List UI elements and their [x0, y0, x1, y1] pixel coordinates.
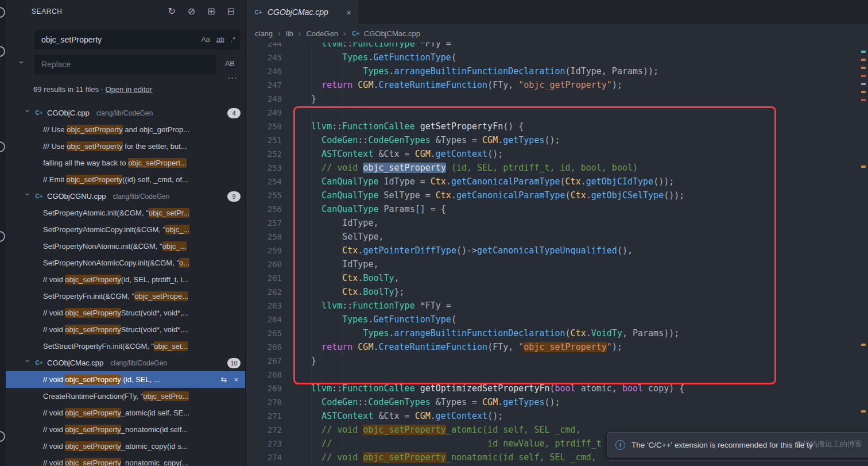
- dismiss-match-icon[interactable]: ×: [234, 375, 238, 384]
- code-line[interactable]: }: [301, 92, 868, 106]
- search-result[interactable]: SetPropertyAtomicCopy.init(&CGM, "objc_.…: [6, 221, 245, 238]
- minimap[interactable]: [859, 24, 868, 466]
- replace-all-button[interactable]: AB: [225, 60, 235, 68]
- breadcrumb-item[interactable]: lib: [286, 29, 293, 38]
- search-result[interactable]: falling all the way back to objc_setProp…: [6, 155, 245, 171]
- line-number[interactable]: 259: [246, 244, 282, 257]
- search-result[interactable]: CreateRuntimeFunction(FTy, "objc_setPro.…: [6, 388, 245, 405]
- line-number[interactable]: 268: [246, 368, 282, 382]
- code-line[interactable]: llvm::FunctionType *FTy =: [301, 299, 868, 313]
- search-result[interactable]: // void objc_setProperty_nonatomic(id se…: [6, 421, 245, 438]
- line-number[interactable]: 257: [246, 216, 282, 230]
- line-number[interactable]: 262: [246, 285, 282, 299]
- search-result[interactable]: /// Use objc_setProperty and objc_getPro…: [6, 121, 245, 138]
- replace-match-icon[interactable]: ⇆: [221, 375, 227, 384]
- search-result[interactable]: // void objc_setProperty_atomic(id self,…: [6, 405, 245, 421]
- notification-toast-peek[interactable]: [607, 460, 868, 466]
- code-line[interactable]: [301, 106, 868, 120]
- line-number[interactable]: 260: [246, 257, 282, 271]
- toggle-replace-chevron[interactable]: ›: [17, 61, 27, 64]
- line-number[interactable]: 247: [246, 78, 282, 92]
- whole-word-icon[interactable]: ab: [216, 36, 224, 44]
- code-line[interactable]: Ctx.BoolTy,: [301, 271, 868, 285]
- line-number[interactable]: 270: [246, 395, 282, 409]
- chevron-down-icon[interactable]: ›: [24, 360, 32, 366]
- code-line[interactable]: ASTContext &Ctx = CGM.getContext();: [301, 147, 868, 161]
- code-line[interactable]: IdType,: [301, 257, 868, 271]
- line-number[interactable]: 244: [246, 43, 282, 51]
- code-line[interactable]: CanQualType IdType = Ctx.getCanonicalPar…: [301, 175, 868, 188]
- search-result[interactable]: // void objc_setProperty(id, SEL, ptrdif…: [6, 271, 245, 288]
- search-result[interactable]: SetPropertyAtomic.init(&CGM, "objc_setPr…: [6, 205, 245, 221]
- search-result[interactable]: // void objc_setProperty_nonatomic_copy(…: [6, 455, 245, 466]
- activity-bar[interactable]: [0, 0, 6, 466]
- code-line[interactable]: llvm::FunctionType *FTy =: [301, 43, 868, 51]
- toggle-search-details-button[interactable]: ···: [227, 72, 238, 82]
- tab-close-icon[interactable]: ×: [346, 7, 351, 17]
- search-result[interactable]: // void objc_setProperty_atomic_copy(id …: [6, 438, 245, 455]
- code-line[interactable]: Ctx.BoolTy};: [301, 285, 868, 299]
- clear-search-results-icon[interactable]: ⊘: [188, 7, 195, 16]
- line-number[interactable]: 263: [246, 299, 282, 313]
- breadcrumb-item[interactable]: CodeGen: [306, 29, 338, 38]
- line-number[interactable]: 267: [246, 354, 282, 368]
- line-number[interactable]: 253: [246, 161, 282, 175]
- search-result[interactable]: // void objc_setPropertyStruct(void*, vo…: [6, 321, 245, 338]
- line-number[interactable]: 245: [246, 51, 282, 64]
- code-line[interactable]: SelType,: [301, 230, 868, 244]
- code-line[interactable]: Types.arrangeBuiltinFunctionDeclaration(…: [301, 64, 868, 78]
- line-number[interactable]: 266: [246, 340, 282, 354]
- code-line[interactable]: CodeGen::CodeGenTypes &Types = CGM.getTy…: [301, 133, 868, 147]
- file-result-header[interactable]: ›C+CGObjCMac.cppclang/lib/CodeGen10: [6, 355, 245, 371]
- search-result[interactable]: // void objc_setProperty (id, SEL, ...⇆×: [6, 371, 245, 388]
- code-line[interactable]: return CGM.CreateRuntimeFunction(FTy, "o…: [301, 340, 868, 354]
- line-number[interactable]: 273: [246, 437, 282, 450]
- refresh-icon[interactable]: ↻: [168, 7, 175, 16]
- code-line[interactable]: // void objc_setProperty (id, SEL, ptrdi…: [301, 161, 868, 175]
- line-number[interactable]: 258: [246, 230, 282, 244]
- line-number[interactable]: 252: [246, 147, 282, 161]
- search-result[interactable]: SetStructPropertyFn.init(&CGM, "objc_set…: [6, 338, 245, 355]
- code-line[interactable]: Types.GetFunctionType(: [301, 51, 868, 64]
- code-line[interactable]: CanQualType Params[] = {: [301, 202, 868, 216]
- line-number[interactable]: 274: [246, 450, 282, 464]
- line-number[interactable]: 271: [246, 409, 282, 423]
- search-result[interactable]: // void objc_setPropertyStruct(void*, vo…: [6, 305, 245, 321]
- search-result[interactable]: /// Use objc_setProperty for the setter,…: [6, 138, 245, 155]
- search-result[interactable]: SetPropertyNonAtomic.init(&CGM, "objc_..…: [6, 238, 245, 255]
- line-number[interactable]: 272: [246, 423, 282, 437]
- code-line[interactable]: ASTContext &Ctx = CGM.getContext();: [301, 409, 868, 423]
- line-number[interactable]: 256: [246, 202, 282, 216]
- line-number[interactable]: 265: [246, 326, 282, 340]
- line-number[interactable]: 269: [246, 382, 282, 395]
- open-in-editor-link[interactable]: Open in editor: [105, 85, 152, 94]
- match-case-icon[interactable]: Aa: [201, 36, 210, 44]
- code-line[interactable]: [301, 368, 868, 382]
- line-number[interactable]: 246: [246, 64, 282, 78]
- line-number[interactable]: 254: [246, 175, 282, 188]
- code-line[interactable]: Ctx.getPointerDiffType()->getCanonicalTy…: [301, 244, 868, 257]
- chevron-down-icon[interactable]: ›: [24, 110, 32, 116]
- line-number[interactable]: 249: [246, 106, 282, 120]
- collapse-all-icon[interactable]: ⊟: [227, 7, 235, 16]
- code-line[interactable]: return CGM.CreateRuntimeFunction(FTy, "o…: [301, 78, 868, 92]
- line-number[interactable]: 250: [246, 120, 282, 133]
- notification-toast[interactable]: i The 'C/C++' extension is recommended f…: [607, 432, 868, 457]
- tab-cgobjcmac[interactable]: C+ CGObjCMac.cpp ×: [246, 0, 358, 24]
- line-number[interactable]: 251: [246, 133, 282, 147]
- code-editor[interactable]: 2442452462472482492502512522532542552562…: [246, 43, 868, 466]
- code-line[interactable]: Types.arrangeBuiltinFunctionDeclaration(…: [301, 326, 868, 340]
- regex-icon[interactable]: .*: [231, 36, 235, 44]
- code-line[interactable]: llvm::FunctionCallee getSetPropertyFn() …: [301, 120, 868, 133]
- search-result[interactable]: SetPropertyNonAtomicCopy.init(&CGM, "o..…: [6, 255, 245, 271]
- file-result-header[interactable]: ›C+CGObjCGNU.cppclang/lib/CodeGen9: [6, 188, 245, 205]
- code-line[interactable]: }: [301, 354, 868, 368]
- replace-input[interactable]: Replace: [34, 55, 216, 74]
- breadcrumb-item[interactable]: clang: [255, 29, 273, 38]
- search-result[interactable]: SetPropertyFn.init(&CGM, "objc_setPrope.…: [6, 288, 245, 305]
- search-input[interactable]: objc_setProperty Aaab.*: [34, 30, 240, 49]
- line-number[interactable]: 261: [246, 271, 282, 285]
- open-new-search-editor-icon[interactable]: ⊞: [207, 7, 215, 16]
- code-line[interactable]: IdType,: [301, 216, 868, 230]
- code-line[interactable]: CodeGen::CodeGenTypes &Types = CGM.getTy…: [301, 395, 868, 409]
